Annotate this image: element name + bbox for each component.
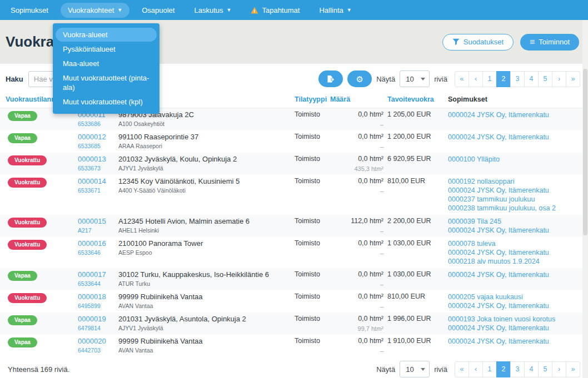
rental-code-link[interactable]: 6533644: [78, 281, 118, 287]
contract-link[interactable]: 0000039 Tila 245: [448, 217, 588, 226]
contract-link[interactable]: 0000218 alv muutos 1.9.2024: [448, 257, 588, 266]
rental-id-link[interactable]: 0000016: [78, 239, 118, 248]
contract-link[interactable]: 0000205 vajaa kuukausi: [448, 293, 588, 301]
rental-id-link[interactable]: 0000018: [78, 293, 118, 301]
filters-button-label: Suodatukset: [464, 38, 504, 46]
page-button[interactable]: ›: [552, 361, 566, 377]
rental-code-link[interactable]: 6533646: [78, 250, 118, 256]
contract-link[interactable]: 0000237 tammikuu joulukuu: [448, 195, 588, 204]
contract-link[interactable]: 0000024 JYSK Oy, Itämerenkatu: [448, 337, 588, 346]
contract-link[interactable]: 0000024 JYSK Oy, Itämerenkatu: [448, 226, 588, 235]
page-button[interactable]: ‹: [469, 71, 483, 87]
dropdown-item-maa-alueet[interactable]: Maa-alueet: [56, 57, 157, 70]
space-type: Toimisto: [295, 270, 320, 278]
page-button[interactable]: »: [566, 71, 580, 87]
contracts-cell: 0000024 JYSK Oy, Itämerenkatu: [448, 270, 588, 288]
contract-link[interactable]: 0000193 Joka toinen vuosi korotus: [448, 315, 588, 324]
page-button[interactable]: 2: [496, 361, 511, 377]
settings-button[interactable]: ⚙: [347, 70, 372, 87]
page-button[interactable]: 4: [524, 71, 539, 87]
filters-button[interactable]: Suodatukset: [442, 34, 514, 51]
column-header-tavoitevuokra[interactable]: Tavoitevuokra: [383, 95, 448, 104]
rental-code-link[interactable]: 6533685: [78, 143, 118, 149]
page-button[interactable]: ‹: [469, 361, 483, 377]
nav-item-sopimukset[interactable]: Sopimukset: [3, 3, 56, 18]
page-button[interactable]: «: [455, 71, 469, 87]
scrollbar-thumb[interactable]: [583, 69, 587, 235]
rental-name: 2100100 Panorama Tower: [118, 239, 295, 248]
rows-label: riviä: [434, 75, 447, 83]
page-button[interactable]: 4: [524, 361, 539, 377]
rental-code-link[interactable]: 6533673: [78, 165, 118, 172]
space-type: Toimisto: [295, 110, 320, 118]
target-rent: 1 910,00 EUR: [387, 337, 431, 345]
rental-id-link[interactable]: 0000014: [78, 177, 118, 185]
amount-primary: 0,0 htm²: [330, 239, 383, 248]
contracts-cell: 0000100 Ylläpito: [448, 155, 588, 173]
rental-code-link[interactable]: 6533686: [78, 121, 118, 127]
page-button[interactable]: 3: [510, 361, 525, 377]
dropdown-item-muut-vuokratuotteet-pinta-ala[interactable]: Muut vuokratuotteet (pinta-ala): [56, 71, 157, 94]
actions-button[interactable]: ≡ Toiminnot: [520, 34, 579, 51]
contract-link[interactable]: 0000024 JYSK Oy, Itämerenkatu: [448, 133, 588, 142]
amount-primary: 0,0 htm²: [330, 315, 383, 323]
rental-id-link[interactable]: 0000012: [78, 133, 118, 141]
page-button[interactable]: 1: [482, 71, 497, 87]
page-button[interactable]: »: [566, 361, 580, 377]
nav-item-laskutus[interactable]: Laskutus▼: [187, 3, 238, 18]
gear-icon: ⚙: [356, 75, 363, 83]
page-size-select-bottom[interactable]: 10: [400, 361, 430, 377]
page-button[interactable]: 2: [496, 71, 511, 87]
amount-primary: 0,0 htm²: [330, 293, 383, 301]
dropdown-item-muut-vuokratuotteet-kpl[interactable]: Muut vuokratuotteet (kpl): [56, 95, 157, 109]
space-type: Toimisto: [295, 155, 320, 163]
nav-item-osapuolet[interactable]: Osapuolet: [134, 3, 182, 18]
column-header-sopimukset: Sopimukset: [448, 95, 588, 104]
amount-primary: 0,0 htm²: [330, 110, 383, 119]
rental-id-link[interactable]: 0000020: [78, 337, 118, 345]
page-button[interactable]: 5: [538, 361, 552, 377]
dropdown-item-pysakointialueet[interactable]: Pysäköintialueet: [56, 42, 157, 56]
contract-link[interactable]: 0000192 nollasoppari: [448, 177, 588, 186]
contract-link[interactable]: 0000078 tuleva: [448, 239, 588, 248]
contract-link[interactable]: 0000238 tammikuu joulukuu, osa 2: [448, 204, 588, 213]
page-button[interactable]: ›: [552, 71, 566, 87]
rental-code-link[interactable]: 6533671: [78, 188, 118, 194]
page-size-select[interactable]: 10: [400, 70, 430, 87]
rental-subname: AVAN Vantaa: [118, 347, 295, 354]
rental-id-link[interactable]: 0000017: [78, 270, 118, 279]
amount-secondary: –: [330, 348, 383, 354]
rental-id-link[interactable]: 0000013: [78, 155, 118, 163]
contract-link[interactable]: 0000024 JYSK Oy, Itämerenkatu: [448, 186, 588, 195]
rental-code-link[interactable]: 6442703: [78, 347, 118, 354]
rental-subname: AJYV1 Jyväskylä: [118, 325, 295, 331]
page-button[interactable]: 5: [538, 71, 552, 87]
rental-code-link[interactable]: A217: [78, 228, 118, 234]
rental-id-link[interactable]: 0000019: [78, 315, 118, 323]
rental-code-link[interactable]: 6495899: [78, 303, 118, 309]
rental-code-link[interactable]: 6479814: [78, 325, 118, 331]
space-type: Toimisto: [295, 217, 320, 225]
nav-item-label: Hallinta: [319, 6, 343, 14]
contract-link[interactable]: 0000024 JYSK Oy, Itämerenkatu: [448, 248, 588, 257]
contract-link[interactable]: 0000024 JYSK Oy, Itämerenkatu: [448, 270, 588, 279]
contract-link[interactable]: 0000024 JYSK Oy, Itämerenkatu: [448, 301, 588, 310]
export-button[interactable]: [318, 70, 343, 87]
page-button[interactable]: 3: [510, 71, 525, 87]
nav-item-tapahtumat[interactable]: ! Tapahtumat: [243, 3, 307, 18]
dropdown-item-vuokra-alueet[interactable]: Vuokra-alueet: [56, 28, 157, 42]
amount-primary: 0,0 htm²: [330, 133, 383, 141]
rental-id-link[interactable]: 0000015: [78, 217, 118, 225]
nav-item-vuokrakohteet[interactable]: Vuokrakohteet▼: [61, 3, 129, 18]
column-header-maara[interactable]: Määrä: [330, 95, 383, 104]
space-type: Toimisto: [295, 337, 320, 345]
contract-link[interactable]: 0000024 JYSK Oy, Itämerenkatu: [448, 110, 588, 119]
contract-link[interactable]: 0000100 Ylläpito: [448, 155, 588, 164]
export-icon: [326, 75, 335, 83]
page-button[interactable]: 1: [482, 361, 497, 377]
contract-link[interactable]: 0000024 JYSK Oy, Itämerenkatu: [448, 324, 588, 332]
contracts-cell: 0000193 Joka toinen vuosi korotus0000024…: [448, 315, 588, 332]
page-button[interactable]: «: [455, 361, 469, 377]
nav-item-hallinta[interactable]: Hallinta▼: [312, 3, 358, 18]
column-header-tilatyyppi[interactable]: Tilatyyppi: [295, 95, 330, 104]
